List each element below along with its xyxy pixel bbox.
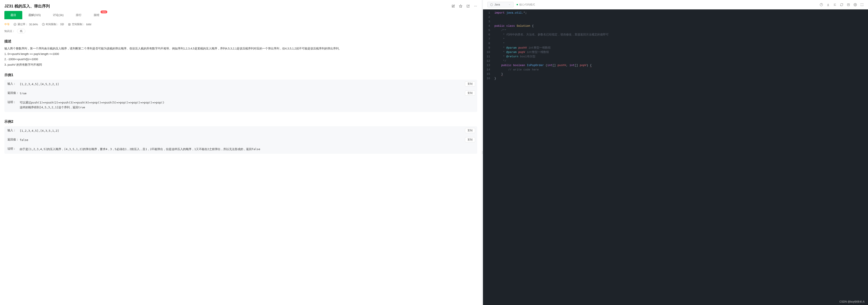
code-editor[interactable]: 12345678910111213141516 import java.util… <box>483 9 868 305</box>
example-label: 说明： <box>7 147 20 151</box>
example-value: 可以通过push(1)=>push(2)=>push(3)=>push(4)=>… <box>20 100 474 110</box>
download-icon[interactable] <box>827 3 830 6</box>
code-line[interactable]: // write code here <box>493 67 868 72</box>
svg-rect-6 <box>69 23 70 25</box>
svg-marker-0 <box>459 5 462 7</box>
line-number: 16 <box>485 76 490 81</box>
line-number: 10 <box>485 50 490 54</box>
tab-排行[interactable]: 排行 <box>70 11 88 19</box>
svg-point-1 <box>474 6 475 6</box>
line-number: 12 <box>485 59 490 63</box>
code-area[interactable]: import java.util.*; public class Solutio… <box>493 9 868 305</box>
pass-rate: 通过率：30.94% <box>13 23 38 26</box>
meta-row: 中等 通过率：30.94% 时间限制：1秒 空间限制：64M <box>0 20 482 29</box>
code-line[interactable]: } <box>493 72 868 76</box>
tab-bar: 题目题解(315)讨论(1k)排行面经new <box>0 11 482 20</box>
example-row: 说明：可以通过push(1)=>push(2)=>push(3)=>push(4… <box>4 98 477 112</box>
copy-button[interactable]: 复制 <box>465 137 475 142</box>
code-line[interactable]: * <box>493 41 868 46</box>
code-line[interactable]: * 代码中的类名、方法名、参数名已经指定，请勿修改，直接返回方法规定的值即可 <box>493 33 868 37</box>
fullscreen-icon[interactable] <box>860 3 864 6</box>
desc-heading: 描述 <box>4 39 477 44</box>
example-row: 输入：[1,2,3,4,5],[4,3,5,1,2]复制 <box>4 126 477 135</box>
edit-icon[interactable] <box>452 4 455 8</box>
tag-item[interactable]: 栈 <box>17 29 25 33</box>
example-row: 返回值：false复制 <box>4 135 477 145</box>
example-section: 示例2输入：[1,2,3,4,5],[4,3,5,1,2]复制返回值：false… <box>0 119 482 158</box>
more-icon[interactable] <box>474 4 477 8</box>
code-line[interactable] <box>493 15 868 20</box>
example-heading: 示例2 <box>4 119 477 124</box>
example-box: 输入：[1,2,3,4,5],[4,5,3,2,1]复制返回值：true复制说明… <box>4 80 477 112</box>
code-pane: Java 核心代码模式 12345678910111213141516 impo… <box>483 0 868 305</box>
format-icon[interactable] <box>833 3 837 6</box>
svg-rect-7 <box>69 24 70 25</box>
code-tools <box>820 3 864 6</box>
svg-point-2 <box>475 6 476 6</box>
line-number: 4 <box>485 24 490 28</box>
refresh-icon[interactable] <box>840 3 843 6</box>
example-box: 输入：[1,2,3,4,5],[4,3,5,1,2]复制返回值：false复制说… <box>4 126 477 154</box>
example-row: 输入：[1,2,3,4,5],[4,5,3,2,1]复制 <box>4 80 477 89</box>
example-label: 返回值： <box>7 91 20 95</box>
code-line[interactable]: public boolean IsPopOrder (int[] pushV, … <box>493 63 868 67</box>
tab-题解(315)[interactable]: 题解(315) <box>22 11 47 19</box>
note-icon[interactable] <box>847 3 850 6</box>
copy-button[interactable]: 复制 <box>465 90 475 95</box>
help-icon[interactable] <box>820 3 823 6</box>
example-heading: 示例1 <box>4 73 477 78</box>
code-line[interactable]: * @param pushV int整型一维数组 <box>493 46 868 50</box>
star-icon[interactable] <box>459 4 462 8</box>
time-limit: 时间限制：1秒 <box>42 23 64 26</box>
problem-header: JZ31 栈的压入、弹出序列 <box>0 0 482 11</box>
desc-para: 输入两个整数序列，第一个序列表示栈的压入顺序，请判断第二个序列是否可能为该栈的弹… <box>4 46 477 51</box>
svg-point-3 <box>476 6 477 6</box>
difficulty-badge: 中等 <box>4 23 10 26</box>
clock-icon <box>42 23 45 26</box>
code-line[interactable]: public class Solution { <box>493 24 868 28</box>
example-row: 返回值：true复制 <box>4 89 477 98</box>
line-number: 3 <box>485 20 490 24</box>
check-icon <box>13 23 17 26</box>
tab-badge: new <box>100 10 107 13</box>
code-line[interactable]: * @return bool布尔型 <box>493 54 868 59</box>
line-number: 7 <box>485 37 490 41</box>
line-number: 11 <box>485 54 490 59</box>
tab-讨论(1k)[interactable]: 讨论(1k) <box>47 11 69 19</box>
info-icon <box>490 3 493 6</box>
desc-constraints: 1. 0<=pushV.length == popV.length <=1000… <box>4 51 477 67</box>
constraint-line: 3. pushV 的所有数字均不相同 <box>4 62 477 67</box>
code-mode[interactable]: 核心代码模式 <box>517 3 535 6</box>
memory-icon <box>68 23 71 26</box>
description-section: 描述 输入两个整数序列，第一个序列表示栈的压入顺序，请判断第二个序列是否可能为该… <box>0 39 482 70</box>
line-number: 2 <box>485 15 490 20</box>
svg-point-4 <box>14 23 16 26</box>
example-label: 输入： <box>7 82 20 86</box>
svg-point-19 <box>855 4 856 5</box>
example-label: 返回值： <box>7 138 20 142</box>
code-line[interactable]: * @param popV int整型一维数组 <box>493 50 868 54</box>
example-value: [1,2,3,4,5],[4,3,5,1,2] <box>20 129 474 133</box>
code-line[interactable]: /** <box>493 28 868 33</box>
memory-limit: 空间限制：64M <box>68 23 91 26</box>
problem-pane: JZ31 栈的压入、弹出序列 题目题解(315)讨论(1k)排行面经new 中等… <box>0 0 482 305</box>
language-select[interactable]: Java <box>487 2 514 7</box>
header-actions <box>452 4 477 8</box>
watermark: CSDN @boy快快长大 <box>839 300 865 304</box>
code-line[interactable]: } <box>493 76 868 81</box>
tab-题目[interactable]: 题目 <box>4 11 22 19</box>
constraint-line: 2. -1000<=pushV[i]<=1000 <box>4 57 477 62</box>
tags-row: 知识点： 栈 <box>0 29 482 36</box>
tab-面经[interactable]: 面经new <box>88 11 105 19</box>
settings-icon[interactable] <box>854 3 857 6</box>
share-icon[interactable] <box>466 4 470 8</box>
line-number: 15 <box>485 72 490 76</box>
line-number: 5 <box>485 28 490 33</box>
example-label: 说明： <box>7 100 20 104</box>
code-line[interactable]: import java.util.*; <box>493 11 868 15</box>
copy-button[interactable]: 复制 <box>465 81 475 86</box>
code-line[interactable]: */ <box>493 59 868 63</box>
code-line[interactable]: * <box>493 37 868 41</box>
copy-button[interactable]: 复制 <box>465 128 475 133</box>
code-line[interactable] <box>493 20 868 24</box>
